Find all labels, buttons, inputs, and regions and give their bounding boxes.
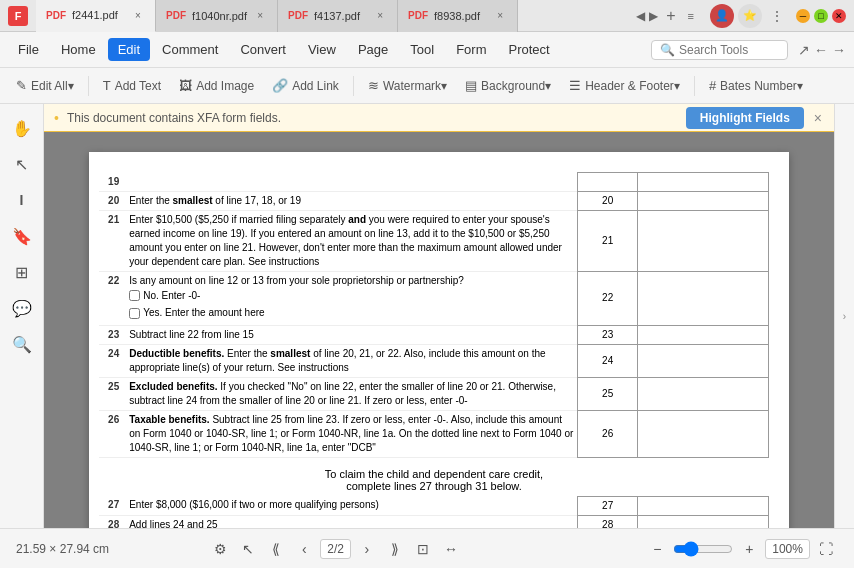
user-avatar[interactable]: 👤 [710,4,734,28]
page-indicator[interactable]: 2/2 [320,539,351,559]
add-image-button[interactable]: 🖼 Add Image [171,74,262,97]
fit-page-button[interactable]: ⊡ [411,537,435,561]
bates-number-button[interactable]: # Bates Number▾ [701,74,811,97]
tab-close-tab2[interactable]: × [253,9,267,23]
input-box-27[interactable]: 27 [578,496,638,515]
tab-close-tab4[interactable]: × [493,9,507,23]
tab-scroll-left[interactable]: ◀ [636,9,645,23]
fit-width-button[interactable]: ↔ [439,537,463,561]
input-box-28[interactable]: 28 [578,515,638,528]
tab-tab1[interactable]: PDF f2441.pdf × [36,0,156,32]
header-footer-button[interactable]: ☰ Header & Footer▾ [561,74,688,97]
comment-button[interactable]: 💬 [6,292,38,324]
table-row: 20 Enter the smallest of line 17, 18, or… [99,191,769,210]
menu-comment[interactable]: Comment [152,38,228,61]
credit-heading: To claim the child and dependent care cr… [99,458,769,496]
maximize-button[interactable]: □ [814,9,828,23]
right-toolbar: › [834,104,854,528]
nav-last-button[interactable]: ⟫ [383,537,407,561]
tab-tab2[interactable]: PDF f1040nr.pdf × [156,0,278,32]
add-image-label: Add Image [196,79,254,93]
tab-tab3[interactable]: PDF f4137.pdf × [278,0,398,32]
tab-overflow[interactable]: ≡ [688,10,694,22]
checkbox-yes-input[interactable] [129,308,140,319]
select-tool-button[interactable]: ↖ [6,148,38,180]
search-input[interactable] [679,43,779,57]
menu-protect[interactable]: Protect [498,38,559,61]
pdf-icon: PDF [408,10,428,21]
add-link-button[interactable]: 🔗 Add Link [264,74,347,97]
line-25-text: Excluded benefits. If you checked "No" o… [125,377,578,410]
menu-tool[interactable]: Tool [400,38,444,61]
table-row: 27 Enter $8,000 ($16,000 if two or more … [99,496,769,515]
nav-first-button[interactable]: ⟪ [264,537,288,561]
add-text-button[interactable]: T Add Text [95,74,169,97]
line-number-25: 25 [99,377,125,410]
line-number-26: 26 [99,410,125,457]
tab-scroll-right[interactable]: ▶ [649,9,658,23]
edit-all-button[interactable]: ✎ Edit All▾ [8,74,82,97]
xfa-warning-icon: • [54,110,59,126]
right-panel-toggle[interactable]: › [837,301,853,331]
external-link-icon[interactable]: ↗ [798,42,810,58]
input-box-20[interactable]: 20 [578,191,638,210]
menu-file[interactable]: File [8,38,49,61]
input-box-22[interactable]: 22 [578,271,638,325]
nav-cursor-button[interactable]: ↖ [236,537,260,561]
menu-edit[interactable]: Edit [108,38,150,61]
input-box-25[interactable]: 25 [578,377,638,410]
bookmark-button[interactable]: 🔖 [6,220,38,252]
xfa-close-button[interactable]: × [812,108,824,128]
hand-tool-button[interactable]: ✋ [6,112,38,144]
search-button[interactable]: 🔍 [6,328,38,360]
menu-form[interactable]: Form [446,38,496,61]
menu-dots[interactable]: ⋮ [766,8,788,24]
input-box-23[interactable]: 23 [578,325,638,344]
input-box-19[interactable] [578,173,638,192]
checkbox-no-input[interactable] [129,290,140,301]
menu-page[interactable]: Page [348,38,398,61]
highlight-fields-button[interactable]: Highlight Fields [686,107,804,129]
content-area[interactable]: 19 20 Enter the smallest of line 17, 18,… [44,132,834,528]
tab-close-tab3[interactable]: × [373,9,387,23]
minimize-button[interactable]: ─ [796,9,810,23]
table-row: 26 Taxable benefits. Subtract line 25 fr… [99,410,769,457]
zoom-level[interactable]: 100% [765,539,810,559]
forward-icon[interactable]: → [832,42,846,58]
edit-toolbar: ✎ Edit All▾ T Add Text 🖼 Add Image 🔗 Add… [0,68,854,104]
close-button[interactable]: ✕ [832,9,846,23]
nav-tools-button[interactable]: ⚙ [208,537,232,561]
fullscreen-button[interactable]: ⛶ [814,537,838,561]
xfa-bar: • This document contains XFA form fields… [44,104,834,132]
menu-home[interactable]: Home [51,38,106,61]
watermark-button[interactable]: ≋ Watermark▾ [360,74,455,97]
tab-tab4[interactable]: PDF f8938.pdf × [398,0,518,32]
tab-close-tab1[interactable]: × [131,8,145,22]
line-number-23: 23 [99,325,125,344]
tab-filename: f8938.pdf [434,10,480,22]
zoom-in-button[interactable]: + [737,537,761,561]
zoom-out-button[interactable]: − [645,537,669,561]
checkbox-yes[interactable]: Yes. Enter the amount here [129,306,264,320]
image-icon: 🖼 [179,78,192,93]
menu-view[interactable]: View [298,38,346,61]
background-button[interactable]: ▤ Background▾ [457,74,559,97]
back-icon[interactable]: ← [814,42,828,58]
text-cursor-icon: I [20,192,24,208]
line-number-21: 21 [99,210,125,271]
search-tools[interactable]: 🔍 [651,40,788,60]
tabs-container: PDF f2441.pdf × PDF f1040nr.pdf × PDF f4… [36,0,628,32]
menu-convert[interactable]: Convert [230,38,296,61]
thumbnail-button[interactable]: ⊞ [6,256,38,288]
nav-next-button[interactable]: › [355,537,379,561]
text-tool-button[interactable]: I [6,184,38,216]
watermark-label: Watermark▾ [383,79,447,93]
upgrade-icon[interactable]: ⭐ [738,4,762,28]
input-box-26[interactable]: 26 [578,410,638,457]
input-box-24[interactable]: 24 [578,344,638,377]
input-box-21[interactable]: 21 [578,210,638,271]
nav-prev-button[interactable]: ‹ [292,537,316,561]
add-tab-button[interactable]: + [666,7,675,25]
zoom-slider[interactable] [673,541,733,557]
checkbox-no[interactable]: No. Enter -0- [129,289,200,303]
